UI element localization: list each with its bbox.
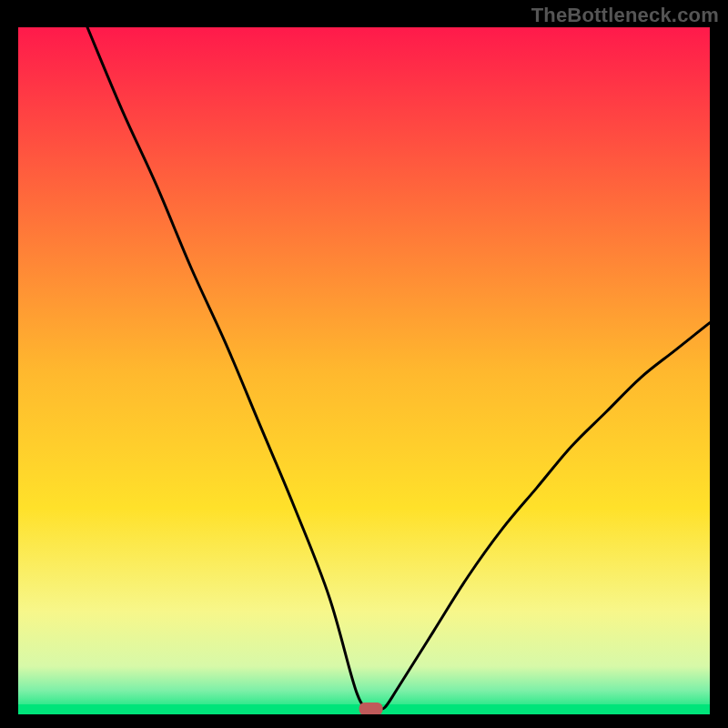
chart-frame: TheBottleneck.com xyxy=(0,0,728,728)
optimum-marker xyxy=(359,703,383,714)
gradient-rect xyxy=(18,27,710,714)
plot-area xyxy=(18,27,710,714)
watermark-text: TheBottleneck.com xyxy=(531,4,719,27)
chart-svg xyxy=(18,27,710,714)
